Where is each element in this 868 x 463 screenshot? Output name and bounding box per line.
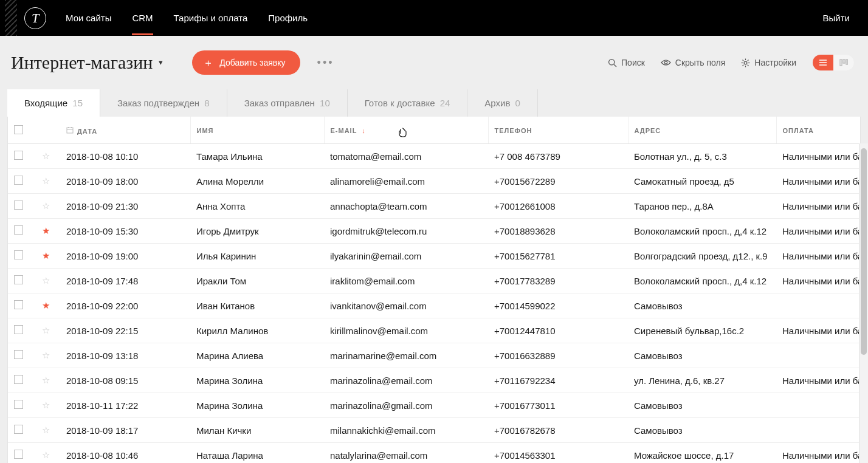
status-tab[interactable]: Заказ отправлен 10 xyxy=(227,89,348,117)
col-phone[interactable]: ТЕЛЕФОН xyxy=(488,117,628,144)
star-icon[interactable]: ☆ xyxy=(42,325,50,335)
tab-count: 10 xyxy=(317,98,330,108)
row-checkbox[interactable] xyxy=(14,201,23,210)
table-row[interactable]: ★2018-10-09 22:00Иван Китановivankitanov… xyxy=(8,293,861,318)
star-icon[interactable]: ★ xyxy=(42,250,50,261)
nav-item[interactable]: CRM xyxy=(132,1,153,35)
page-title-selector[interactable]: Интернет-магазин ▾ xyxy=(11,52,163,73)
status-tab[interactable]: Архив 0 xyxy=(467,89,538,117)
cell-name: Алина Морелли xyxy=(190,169,324,194)
row-checkbox[interactable] xyxy=(14,350,23,359)
row-checkbox[interactable] xyxy=(14,151,23,160)
logout-link[interactable]: Выйти xyxy=(823,13,850,23)
star-icon[interactable]: ★ xyxy=(42,225,50,236)
row-checkbox[interactable] xyxy=(14,325,23,334)
svg-line-8 xyxy=(743,60,744,61)
row-checkbox[interactable] xyxy=(14,225,23,235)
star-icon[interactable]: ☆ xyxy=(42,350,50,360)
row-checkbox[interactable] xyxy=(14,400,23,409)
top-navbar: T Мои сайтыCRMТарифы и оплатаПрофиль Вый… xyxy=(0,0,868,36)
cell-name: Иван Китанов xyxy=(190,293,324,318)
table-row[interactable]: ☆2018-10-09 18:00Алина Мореллиalinamorel… xyxy=(8,169,861,194)
scroll-thumb[interactable] xyxy=(861,148,867,355)
table-row[interactable]: ☆2018-10-11 17:22Марина Золинаmarinazoli… xyxy=(8,393,861,418)
view-kanban-button[interactable] xyxy=(833,55,854,70)
cell-phone: +70018893628 xyxy=(488,219,628,244)
star-icon[interactable]: ☆ xyxy=(42,201,50,211)
cell-address: Волоколамский просп., д,4 к.12 xyxy=(628,219,776,244)
star-icon[interactable]: ☆ xyxy=(42,275,50,286)
table-row[interactable]: ☆2018-10-09 21:30Анна Хоптаannachopta@te… xyxy=(8,194,861,219)
row-checkbox[interactable] xyxy=(14,300,23,309)
status-tab[interactable]: Входящие 15 xyxy=(7,89,100,117)
select-all-checkbox[interactable] xyxy=(14,125,23,134)
table-row[interactable]: ☆2018-10-09 13:18Марина Алиеваmarinamari… xyxy=(8,343,861,368)
table-row[interactable]: ☆2018-10-09 22:15Кирилл Малиновkirillmal… xyxy=(8,318,861,343)
star-icon[interactable]: ☆ xyxy=(42,375,50,385)
svg-line-1 xyxy=(614,64,616,67)
row-checkbox[interactable] xyxy=(14,425,23,434)
col-address[interactable]: АДРЕС xyxy=(628,117,776,144)
cell-name: Наташа Ларина xyxy=(190,443,324,464)
cell-phone: +70014563301 xyxy=(488,443,628,464)
main-nav: Мои сайтыCRMТарифы и оплатаПрофиль xyxy=(66,1,308,35)
cell-payment: Наличными или ба xyxy=(776,144,861,169)
cell-checkbox xyxy=(8,293,36,318)
table-row[interactable]: ☆2018-10-08 10:10Тамара Ильинаtomatoma@e… xyxy=(8,144,861,169)
col-email[interactable]: E-MAIL ↓ xyxy=(324,117,488,144)
cell-date: 2018-10-09 22:15 xyxy=(60,318,190,343)
add-request-button[interactable]: ＋ Добавить заявку xyxy=(192,50,300,75)
cell-name: Кирилл Малинов xyxy=(190,318,324,343)
cell-payment xyxy=(776,343,861,368)
col-name[interactable]: ИМЯ xyxy=(190,117,324,144)
cell-phone: +70015627781 xyxy=(488,244,628,269)
tab-label: Заказ отправлен xyxy=(244,98,315,108)
nav-item[interactable]: Профиль xyxy=(268,1,308,35)
cell-name: Илья Каринин xyxy=(190,244,324,269)
settings-action[interactable]: Настройки xyxy=(741,58,796,67)
star-icon[interactable]: ☆ xyxy=(42,400,50,410)
col-payment[interactable]: ОПЛАТА xyxy=(776,117,861,144)
cell-payment xyxy=(776,418,861,443)
cell-address: Таранов пер., д.8А xyxy=(628,194,776,219)
star-icon[interactable]: ★ xyxy=(42,300,50,310)
col-name-label: ИМЯ xyxy=(197,127,214,134)
cell-phone: +70016632889 xyxy=(488,343,628,368)
col-email-label: E-MAIL xyxy=(331,127,357,134)
view-toggle xyxy=(812,54,855,71)
table-row[interactable]: ★2018-10-09 15:30Игорь Дмитрукigordmitru… xyxy=(8,219,861,244)
row-checkbox[interactable] xyxy=(14,176,23,185)
table-row[interactable]: ☆2018-10-08 09:15Марина Золинаmarinazoli… xyxy=(8,368,861,393)
table-row[interactable]: ★2018-10-09 19:00Илья Карининilyakarinin… xyxy=(8,244,861,269)
row-checkbox[interactable] xyxy=(14,250,23,259)
cell-checkbox xyxy=(8,244,36,269)
row-checkbox[interactable] xyxy=(14,275,23,284)
cell-payment xyxy=(776,293,861,318)
more-actions-button[interactable]: ••• xyxy=(317,57,334,69)
table-row[interactable]: ☆2018-10-09 17:48Иракли Томiraklitom@ema… xyxy=(8,269,861,293)
nav-item[interactable]: Мои сайты xyxy=(66,1,111,35)
cell-email: milannakichki@email.com xyxy=(324,418,488,443)
cell-checkbox xyxy=(8,169,36,194)
row-checkbox[interactable] xyxy=(14,375,23,384)
status-tab[interactable]: Заказ подтвержден 8 xyxy=(100,89,227,117)
row-checkbox[interactable] xyxy=(14,450,23,459)
hide-fields-action[interactable]: Скрыть поля xyxy=(661,58,726,67)
star-icon[interactable]: ☆ xyxy=(42,425,50,435)
cell-date: 2018-10-09 13:18 xyxy=(60,343,190,368)
cell-email: kirillmalinov@email.com xyxy=(324,318,488,343)
svg-point-3 xyxy=(744,61,747,64)
star-icon[interactable]: ☆ xyxy=(42,151,50,161)
status-tab[interactable]: Готов к доставке 24 xyxy=(348,89,468,117)
nav-item[interactable]: Тарифы и оплата xyxy=(174,1,248,35)
star-icon[interactable]: ☆ xyxy=(42,176,50,186)
search-action[interactable]: Поиск xyxy=(608,58,645,67)
view-list-button[interactable] xyxy=(813,55,833,70)
tilda-logo[interactable]: T xyxy=(24,7,46,29)
star-icon[interactable]: ☆ xyxy=(42,450,50,460)
col-date[interactable]: ДАТА xyxy=(60,117,190,144)
table-row[interactable]: ☆2018-10-08 10:46Наташа Ларинаnatalylari… xyxy=(8,443,861,464)
table-row[interactable]: ☆2018-10-09 18:17Милан Кичкиmilannakichk… xyxy=(8,418,861,443)
vertical-scrollbar[interactable] xyxy=(859,143,868,463)
cell-date: 2018-10-09 18:00 xyxy=(60,169,190,194)
